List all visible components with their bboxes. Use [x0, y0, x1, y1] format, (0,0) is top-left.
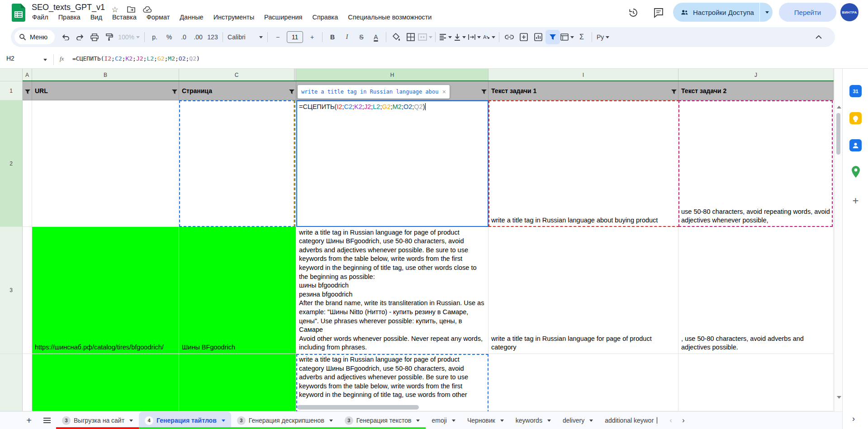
avatar[interactable]: ВИНТРА	[840, 3, 859, 21]
in-cell-formula[interactable]: =СЦЕПИТЬ(I2;C2;K2;J2;L2;G2;M2;O2;Q2)	[299, 103, 426, 110]
vertical-align-button[interactable]	[453, 30, 467, 44]
cell-A4[interactable]	[23, 354, 32, 411]
column-header-B[interactable]: B	[32, 69, 179, 81]
cell-A2[interactable]	[23, 100, 32, 227]
cell-C3[interactable]: Шины BFgoodrich	[179, 227, 296, 354]
scroll-down-icon[interactable]	[837, 396, 841, 399]
filter-funnel-icon[interactable]	[172, 88, 177, 96]
sheet-tab-generacia-deskripshenov[interactable]: 3 Генерация дескрипшенов	[231, 412, 339, 429]
filter-funnel-icon[interactable]	[481, 88, 487, 96]
italic-button[interactable]: I	[340, 30, 354, 44]
print-button[interactable]	[87, 30, 102, 44]
version-history-icon[interactable]	[625, 5, 641, 21]
row-header-4[interactable]	[0, 354, 23, 411]
increase-font-size-button[interactable]: +	[305, 30, 319, 44]
insert-link-button[interactable]	[502, 30, 517, 44]
input-tools-button[interactable]: Ру	[595, 30, 611, 44]
row-header-3[interactable]: 3	[0, 227, 23, 354]
sheet-tab-additional-keywords[interactable]: additional keywor	[599, 412, 663, 429]
horizontal-align-button[interactable]	[438, 30, 453, 44]
sheet-tab-generacia-taitlov[interactable]: 4 Генерация тайтлов	[139, 412, 231, 429]
tabs-scroll-left-icon[interactable]: ‹	[669, 416, 672, 425]
tab-menu-caret[interactable]	[500, 420, 504, 422]
undo-button[interactable]	[58, 30, 73, 44]
formula-reference-chip[interactable]: write a title tag in Russian language ab…	[298, 85, 450, 99]
toolbar-search-menu[interactable]: Меню	[14, 30, 55, 44]
cell-J2[interactable]: use 50-80 characters, avoid repeating wo…	[678, 100, 834, 227]
all-sheets-button[interactable]	[38, 412, 56, 429]
row-header-1[interactable]: 1	[0, 81, 23, 100]
tab-menu-caret[interactable]	[452, 420, 455, 422]
menu-tools[interactable]: Инструменты	[209, 13, 258, 22]
hide-menus-button[interactable]	[811, 30, 826, 44]
paint-format-button[interactable]	[102, 30, 116, 44]
column-header-C[interactable]: C	[179, 69, 294, 81]
tabs-scroll-right-icon[interactable]: ›	[682, 416, 685, 425]
sheet-tab-vygruzka[interactable]: 3 Выгрузка на сайт	[56, 412, 139, 429]
formula-bar-input[interactable]: =СЦЕПИТЬ(I2;C2;K2;J2;L2;G2;M2;O2;Q2)	[72, 55, 200, 62]
sheet-tab-chernovik[interactable]: Черновик	[461, 412, 510, 429]
filter-funnel-icon[interactable]	[25, 88, 30, 96]
go-button[interactable]: Перейти	[779, 3, 836, 22]
text-wrap-button[interactable]	[467, 30, 482, 44]
menu-file[interactable]: Файл	[28, 13, 52, 22]
cell-H4[interactable]: write a title tag in Russian language fo…	[296, 354, 489, 411]
name-box[interactable]: H2	[6, 55, 33, 62]
filter-funnel-icon[interactable]	[289, 88, 294, 96]
vertical-scroll-thumb[interactable]	[836, 113, 840, 155]
cell-J4[interactable]	[678, 354, 834, 411]
cell-I2[interactable]: write a title tag in Russian language ab…	[489, 100, 678, 227]
name-box-caret[interactable]	[43, 59, 47, 61]
zoom-select[interactable]: 100%	[116, 30, 142, 44]
document-title[interactable]: SEO_texts_GPT_v1	[32, 3, 105, 12]
column-header-H[interactable]: H	[296, 69, 489, 81]
row-header-2[interactable]: 2	[0, 100, 23, 227]
menu-help[interactable]: Справка	[308, 13, 342, 22]
sheet-tab-keywords[interactable]: keywords	[510, 412, 557, 429]
cell-A1[interactable]	[23, 81, 32, 100]
comments-icon[interactable]	[650, 5, 667, 21]
sheet-tab-emoji[interactable]: emoji	[426, 412, 461, 429]
maps-icon[interactable]	[849, 165, 862, 178]
contacts-icon[interactable]	[849, 139, 862, 151]
cell-H3[interactable]: write a title tag in Russian language fo…	[296, 227, 489, 354]
cell-B3[interactable]: https://шинснаб.рф/catalog/tires/bfgoodr…	[32, 227, 179, 354]
redo-button[interactable]	[73, 30, 87, 44]
cell-J3[interactable]: , use 50-80 characters, avoid adverbs an…	[678, 227, 834, 354]
menu-edit[interactable]: Правка	[54, 13, 85, 22]
merge-cells-button[interactable]	[418, 30, 432, 44]
insert-chart-button[interactable]	[531, 30, 545, 44]
cell-I4[interactable]	[489, 354, 678, 411]
filter-views-button[interactable]	[560, 30, 574, 44]
functions-button[interactable]: Σ	[574, 30, 589, 44]
horizontal-scroll-thumb[interactable]	[297, 405, 419, 410]
chip-close-icon[interactable]: ×	[442, 88, 446, 95]
decrease-font-size-button[interactable]: −	[270, 30, 285, 44]
strikethrough-button[interactable]: S	[354, 30, 369, 44]
cell-B4[interactable]	[32, 354, 179, 411]
keep-icon[interactable]	[849, 112, 862, 124]
menu-accessibility[interactable]: Специальные возможности	[344, 13, 436, 22]
text-rotation-button[interactable]: A	[482, 30, 496, 44]
cell-J1[interactable]: Текст задачи 2	[678, 81, 834, 100]
menu-extensions[interactable]: Расширения	[260, 13, 306, 22]
cell-I3[interactable]: write a title tag in Russian language fo…	[489, 227, 678, 354]
column-header-A[interactable]: A	[23, 69, 32, 81]
column-header-J[interactable]: J	[678, 69, 834, 81]
cell-B2[interactable]	[32, 100, 179, 227]
sheet-tab-delivery[interactable]: delivery	[557, 412, 599, 429]
insert-comment-button[interactable]	[517, 30, 531, 44]
hide-side-panel-icon[interactable]: ›	[852, 414, 855, 424]
cell-C4[interactable]	[179, 354, 296, 411]
active-cell-H2[interactable]: =СЦЕПИТЬ(I2;C2;K2;J2;L2;G2;M2;O2;Q2)	[296, 100, 489, 227]
tab-menu-caret[interactable]	[222, 420, 225, 422]
create-filter-button[interactable]	[545, 30, 560, 44]
get-addons-icon[interactable]: +	[849, 194, 862, 207]
menu-insert[interactable]: Вставка	[108, 13, 141, 22]
font-size-input[interactable]: 11	[287, 31, 303, 43]
cell-I1[interactable]: Текст задачи 1	[489, 81, 678, 100]
cell-B1[interactable]: URL	[32, 81, 179, 100]
sheet-tab-generacia-tekstov[interactable]: 3 Генерация текстов	[339, 412, 426, 429]
menu-data[interactable]: Данные	[175, 13, 207, 22]
tab-menu-caret[interactable]	[129, 420, 133, 422]
